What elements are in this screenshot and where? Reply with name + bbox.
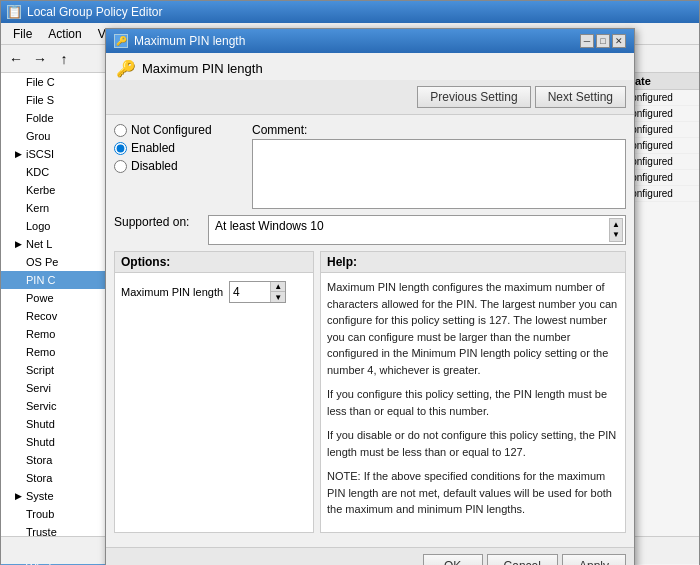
radio-disabled-label: Disabled <box>131 159 178 173</box>
pin-length-input[interactable] <box>230 284 270 300</box>
help-header: Help: <box>321 252 625 273</box>
help-paragraph-4: NOTE: If the above specified conditions … <box>327 468 619 518</box>
spin-up-button[interactable]: ▲ <box>271 282 285 292</box>
radio-enabled-input[interactable] <box>114 142 127 155</box>
top-section: Not Configured Enabled Disabled Comment: <box>114 123 626 209</box>
cancel-button[interactable]: Cancel <box>487 554 558 566</box>
main-sections: Options: Maximum PIN length ▲ ▼ <box>114 251 626 533</box>
spin-buttons: ▲ ▼ <box>270 282 285 302</box>
help-section: Help: Maximum PIN length configures the … <box>320 251 626 533</box>
radio-disabled[interactable]: Disabled <box>114 159 244 173</box>
option-row: Maximum PIN length ▲ ▼ <box>121 281 307 303</box>
supported-value: At least Windows 10 <box>215 219 324 233</box>
help-paragraph-3: If you disable or do not configure this … <box>327 427 619 460</box>
radio-not-configured[interactable]: Not Configured <box>114 123 244 137</box>
dialog-nav: Previous Setting Next Setting <box>106 80 634 115</box>
scroll-indicator[interactable]: ▲ ▼ <box>609 218 623 242</box>
comment-section: Comment: <box>252 123 626 209</box>
minimize-button[interactable]: ─ <box>580 34 594 48</box>
titlebar-controls: ─ □ ✕ <box>580 34 626 48</box>
close-button[interactable]: ✕ <box>612 34 626 48</box>
comment-label: Comment: <box>252 123 626 137</box>
comment-textarea[interactable] <box>252 139 626 209</box>
dialog-heading-row: 🔑 Maximum PIN length <box>106 53 634 80</box>
dialog-heading: Maximum PIN length <box>142 61 263 76</box>
apply-button[interactable]: Apply <box>562 554 626 566</box>
previous-setting-button[interactable]: Previous Setting <box>417 86 530 108</box>
spin-input-container: ▲ ▼ <box>229 281 286 303</box>
dialog-title: Maximum PIN length <box>134 34 245 48</box>
radio-enabled-label: Enabled <box>131 141 175 155</box>
help-body: Maximum PIN length configures the maximu… <box>321 273 625 532</box>
next-setting-button[interactable]: Next Setting <box>535 86 626 108</box>
radio-enabled[interactable]: Enabled <box>114 141 244 155</box>
supported-label: Supported on: <box>114 215 204 229</box>
help-paragraph-1: Maximum PIN length configures the maximu… <box>327 279 619 378</box>
dialog: 🔑 Maximum PIN length ─ □ ✕ 🔑 Maximum PIN… <box>105 28 635 565</box>
scroll-down-icon[interactable]: ▼ <box>612 231 620 241</box>
maximize-button[interactable]: □ <box>596 34 610 48</box>
dialog-footer: OK Cancel Apply <box>106 547 634 566</box>
dialog-overlay: 🔑 Maximum PIN length ─ □ ✕ 🔑 Maximum PIN… <box>0 0 700 565</box>
dialog-titlebar: 🔑 Maximum PIN length ─ □ ✕ <box>106 29 634 53</box>
ok-button[interactable]: OK <box>423 554 483 566</box>
supported-box: At least Windows 10 ▲ ▼ <box>208 215 626 245</box>
scroll-up-icon[interactable]: ▲ <box>612 219 620 229</box>
options-body: Maximum PIN length ▲ ▼ <box>115 273 313 311</box>
options-header: Options: <box>115 252 313 273</box>
spin-down-button[interactable]: ▼ <box>271 292 285 302</box>
option-label: Maximum PIN length <box>121 286 223 298</box>
radio-not-configured-label: Not Configured <box>131 123 212 137</box>
dialog-body: Not Configured Enabled Disabled Comment: <box>106 115 634 547</box>
radio-group: Not Configured Enabled Disabled <box>114 123 244 209</box>
radio-disabled-input[interactable] <box>114 160 127 173</box>
supported-row: Supported on: At least Windows 10 ▲ ▼ <box>114 215 626 245</box>
dialog-heading-icon: 🔑 <box>116 59 136 78</box>
help-paragraph-2: If you configure this policy setting, th… <box>327 386 619 419</box>
options-section: Options: Maximum PIN length ▲ ▼ <box>114 251 314 533</box>
radio-not-configured-input[interactable] <box>114 124 127 137</box>
dialog-icon: 🔑 <box>114 34 128 48</box>
